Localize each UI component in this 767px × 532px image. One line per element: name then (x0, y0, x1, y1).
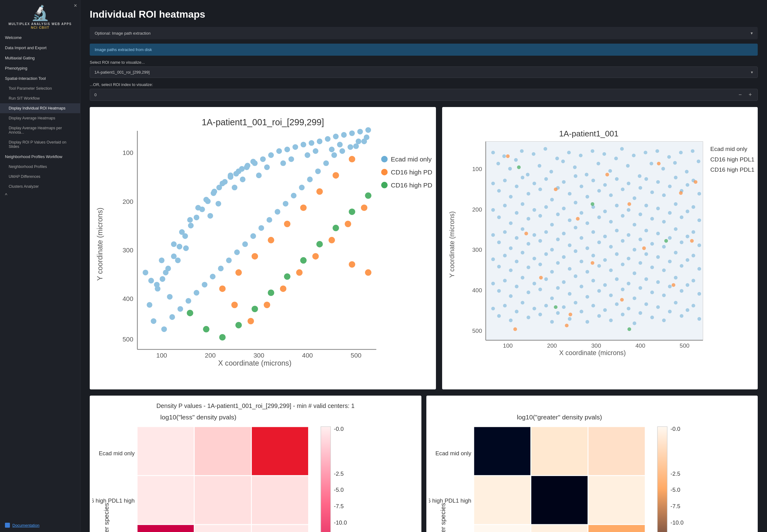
sidebar-item-display-avg-annota[interactable]: Display Average Heatmaps per Annota... (0, 123, 80, 137)
svg-point-273 (509, 247, 513, 250)
svg-point-180 (597, 162, 601, 165)
sidebar-item-data-import[interactable]: Data Import and Export (0, 43, 80, 53)
svg-point-402 (633, 321, 636, 325)
svg-rect-454 (137, 427, 194, 475)
svg-point-218 (609, 193, 613, 197)
svg-point-241 (532, 208, 536, 212)
svg-point-287 (592, 230, 595, 234)
svg-point-332 (644, 252, 648, 256)
svg-point-384 (527, 315, 530, 319)
sidebar-footer: Documentation (0, 518, 80, 532)
svg-point-246 (562, 207, 566, 210)
svg-point-81 (315, 169, 321, 174)
svg-point-198 (491, 182, 495, 185)
svg-point-137 (333, 225, 339, 231)
svg-point-229 (674, 176, 678, 179)
sidebar-item-clusters[interactable]: Clusters Analyzer (0, 182, 80, 191)
svg-point-88 (143, 270, 148, 275)
sidebar-item-welcome[interactable]: Welcome (0, 32, 80, 43)
svg-point-222 (633, 196, 636, 200)
main-content: Individual ROI heatmaps Optional: Image … (80, 0, 767, 532)
sidebar-item-tool-param[interactable]: Tool Parameter Selection (0, 84, 80, 93)
svg-text:-0.0: -0.0 (334, 426, 344, 432)
sidebar-item-umap[interactable]: UMAP Differences (0, 172, 80, 182)
sidebar-item-sit[interactable]: Spatial-Interaction Tool (0, 73, 80, 84)
svg-point-375 (686, 283, 689, 287)
svg-point-310 (515, 260, 519, 263)
svg-point-292 (621, 239, 625, 243)
svg-point-185 (626, 164, 630, 168)
collapsible-header[interactable]: Optional: Image path extraction ▾ (90, 27, 758, 39)
svg-text:Ecad mid only: Ecad mid only (391, 156, 432, 163)
svg-text:300: 300 (123, 247, 133, 254)
svg-text:500: 500 (472, 328, 482, 334)
index-row: 0 − + (90, 89, 758, 101)
svg-text:Y coordinate (microns): Y coordinate (microns) (448, 211, 456, 278)
svg-point-79 (299, 185, 304, 190)
svg-point-371 (662, 294, 666, 297)
sidebar-item-np[interactable]: Neighborhood Profiles (0, 162, 80, 172)
svg-point-380 (503, 304, 507, 307)
collapse-button[interactable]: ^ (0, 191, 80, 199)
svg-point-120 (280, 285, 287, 292)
index-increment-button[interactable]: + (747, 92, 753, 98)
svg-point-126 (365, 269, 372, 276)
svg-point-173 (555, 157, 559, 160)
svg-point-210 (562, 180, 566, 184)
svg-point-397 (603, 308, 607, 312)
close-button[interactable]: × (74, 2, 77, 9)
svg-point-324 (597, 264, 601, 268)
svg-point-257 (627, 208, 631, 212)
svg-point-266 (680, 216, 683, 219)
info-banner: Image paths extracted from disk (90, 44, 758, 56)
svg-point-216 (597, 189, 601, 193)
svg-point-168 (526, 173, 530, 177)
svg-point-15 (147, 302, 152, 308)
svg-point-305 (698, 243, 701, 247)
sidebar-item-phenotyping[interactable]: Phenotyping (0, 63, 80, 73)
sidebar-item-display-avg[interactable]: Display Average Heatmaps (0, 113, 80, 123)
svg-point-78 (291, 193, 296, 198)
svg-point-80 (307, 177, 312, 182)
svg-point-140 (381, 156, 388, 162)
sidebar-item-display-roi-pvals[interactable]: Display ROI P Values Overlaid on Slides (0, 137, 80, 152)
svg-text:200: 200 (205, 352, 216, 359)
doc-link[interactable]: Documentation (12, 523, 39, 528)
svg-point-291 (615, 229, 619, 232)
svg-point-365 (627, 282, 631, 285)
svg-text:CD16 high PDL1 high: CD16 high PDL1 high (710, 156, 755, 163)
svg-point-214 (586, 195, 589, 199)
svg-point-111 (268, 237, 274, 243)
svg-point-349 (532, 282, 536, 285)
svg-point-263 (662, 220, 666, 224)
svg-point-418 (694, 180, 698, 184)
sidebar-item-np-workflow[interactable]: Neighborhood Profiles Workflow (0, 152, 80, 162)
svg-point-388 (550, 320, 554, 324)
roi-select-dropdown[interactable]: 1A-patient1_001_roi_[299,299] ▾ (90, 67, 758, 78)
svg-point-175 (567, 151, 571, 154)
svg-point-405 (650, 315, 654, 319)
svg-point-278 (539, 239, 542, 243)
svg-text:Ecad mid only: Ecad mid only (710, 146, 748, 152)
sidebar-item-multiaxial[interactable]: Multiaxial Gating (0, 53, 80, 63)
index-decrement-button[interactable]: − (737, 92, 743, 98)
svg-point-331 (639, 261, 642, 265)
svg-point-69 (218, 266, 223, 271)
svg-point-254 (609, 220, 613, 224)
svg-point-51 (305, 152, 310, 158)
svg-point-430 (565, 324, 569, 327)
svg-point-133 (268, 290, 274, 296)
sidebar-item-display-individual[interactable]: Display Individual ROI Heatmaps (0, 103, 80, 113)
svg-text:Center species: Center species (103, 503, 110, 532)
svg-point-351 (545, 277, 548, 281)
svg-point-124 (345, 221, 351, 227)
svg-point-262 (656, 207, 660, 210)
sidebar-item-run-sit[interactable]: Run SIT Workflow (0, 93, 80, 103)
svg-point-116 (349, 156, 355, 162)
svg-point-193 (673, 161, 677, 165)
svg-point-369 (650, 290, 654, 294)
svg-point-99 (205, 199, 211, 204)
svg-point-181 (603, 152, 606, 156)
svg-point-303 (686, 234, 689, 238)
svg-point-228 (668, 185, 672, 188)
